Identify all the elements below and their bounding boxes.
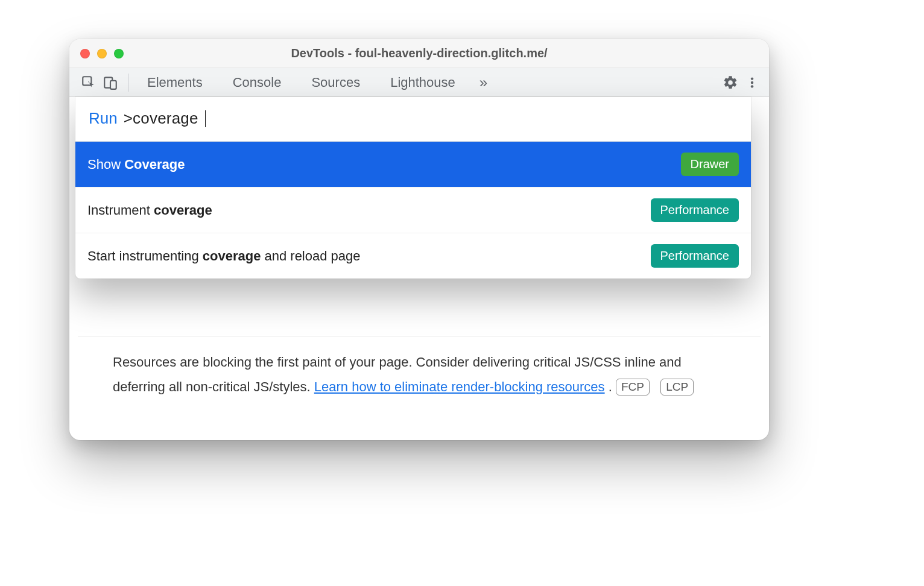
lighthouse-opportunity-description: Resources are blocking the first paint o…	[113, 350, 726, 399]
cmd-item-text-before: Start instrumenting	[87, 248, 203, 263]
inspect-element-icon[interactable]	[78, 72, 100, 93]
command-menu-prefix: Run	[89, 109, 118, 128]
text-caret	[205, 110, 206, 127]
command-category-badge: Performance	[651, 244, 739, 268]
tab-sources[interactable]: Sources	[299, 68, 372, 96]
metric-badge-lcp: LCP	[660, 379, 694, 395]
minimize-window-button[interactable]	[97, 49, 107, 58]
command-category-badge: Drawer	[681, 153, 739, 176]
panel-tabs: Elements Console Sources Lighthouse »	[135, 68, 493, 96]
more-tabs-button[interactable]: »	[473, 68, 493, 96]
command-menu-item-start-instrumenting[interactable]: Start instrumenting coverage and reload …	[75, 233, 751, 279]
settings-gear-icon[interactable]	[720, 72, 741, 93]
tab-lighthouse[interactable]: Lighthouse	[378, 68, 467, 96]
command-menu-item-instrument-coverage[interactable]: Instrument coverage Performance	[75, 187, 751, 233]
titlebar: DevTools - foul-heavenly-direction.glitc…	[69, 39, 769, 68]
cmd-item-text-before: Show	[87, 157, 124, 172]
cmd-item-match: coverage	[203, 248, 261, 263]
command-menu-input-row[interactable]: Run >coverage	[75, 97, 751, 141]
close-window-button[interactable]	[80, 49, 90, 58]
more-options-kebab-icon[interactable]	[741, 72, 763, 93]
zoom-window-button[interactable]	[114, 49, 124, 58]
command-menu-input-value: >coverage	[124, 109, 198, 128]
command-menu-list: Show Coverage Drawer Instrument coverage…	[75, 141, 751, 279]
toolbar-separator	[128, 74, 129, 92]
tab-elements[interactable]: Elements	[135, 68, 215, 96]
svg-point-3	[751, 77, 753, 80]
devtools-window: DevTools - foul-heavenly-direction.glitc…	[69, 39, 769, 440]
content-divider	[78, 336, 761, 336]
window-title: DevTools - foul-heavenly-direction.glitc…	[69, 46, 769, 60]
learn-more-link[interactable]: Learn how to eliminate render-blocking r…	[314, 379, 605, 394]
svg-point-4	[751, 81, 753, 83]
command-menu-item-show-coverage[interactable]: Show Coverage Drawer	[75, 142, 751, 187]
command-menu-panel: Run >coverage Show Coverage Drawer Instr…	[75, 97, 751, 279]
tab-console[interactable]: Console	[221, 68, 294, 96]
description-after-link: .	[609, 379, 616, 394]
cmd-item-match: coverage	[154, 203, 212, 218]
cmd-item-text-after: and reload page	[261, 248, 360, 263]
toggle-device-toolbar-icon[interactable]	[100, 72, 121, 93]
cmd-item-text-before: Instrument	[87, 203, 154, 218]
devtools-toolbar: Elements Console Sources Lighthouse »	[69, 68, 769, 97]
metric-badge-fcp: FCP	[616, 379, 650, 395]
svg-rect-2	[110, 80, 116, 89]
command-category-badge: Performance	[651, 198, 739, 222]
panel-content: Resources are blocking the first paint o…	[69, 97, 769, 440]
window-controls	[80, 49, 124, 58]
cmd-item-match: Coverage	[124, 157, 185, 172]
svg-point-5	[751, 85, 753, 87]
